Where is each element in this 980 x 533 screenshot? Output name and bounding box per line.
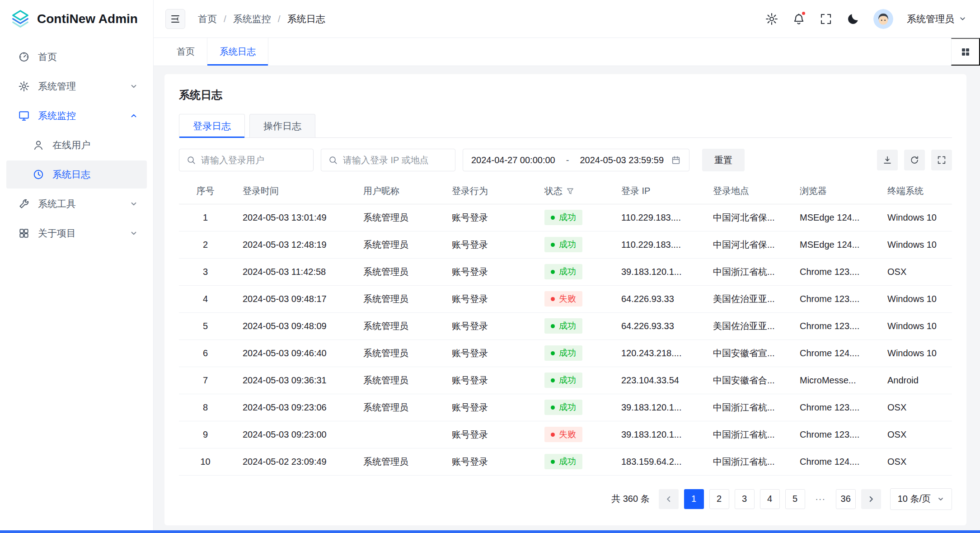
cell-location: 中国安徽省合... — [706, 367, 792, 394]
cell-status: 成功 — [537, 258, 614, 285]
cell-browser: Chrome 124.... — [792, 340, 880, 367]
breadcrumb-separator: / — [224, 14, 226, 24]
chevron-down-icon — [130, 82, 138, 90]
tab-label: 登录日志 — [193, 120, 231, 132]
refresh-icon — [910, 155, 919, 165]
view-tab-home[interactable]: 首页 — [164, 38, 207, 66]
chevron-left-icon — [665, 495, 673, 503]
table-row: 1 2024-05-03 13:01:49 系统管理员 账号登录 成功 110.… — [179, 204, 952, 231]
table-header-row: 序号 登录时间 用户昵称 登录行为 状态 登录 IP 登录地点 浏览器 — [179, 179, 952, 204]
tab-operation-log[interactable]: 操作日志 — [249, 114, 315, 137]
cell-login-time: 2024-05-03 11:42:58 — [235, 258, 356, 285]
sidebar: ContiNew Admin 首页 系统管理 系统监控 在 — [0, 0, 154, 533]
avatar[interactable] — [873, 9, 893, 29]
prev-page-button[interactable] — [659, 489, 679, 509]
column-header-login-time: 登录时间 — [235, 179, 356, 204]
pagination: 共 360 条 12345···36 10 条/页 — [179, 488, 952, 510]
table-toolbar — [877, 150, 952, 170]
fullscreen-button[interactable] — [819, 12, 833, 26]
chevron-down-icon — [937, 495, 944, 503]
breadcrumb-separator: / — [278, 14, 281, 24]
sidebar-item-system-tools[interactable]: 系统工具 — [6, 190, 147, 218]
sidebar-collapse-button[interactable] — [165, 9, 185, 29]
refresh-button[interactable] — [904, 150, 925, 170]
clock-icon — [33, 169, 44, 180]
cell-login-time: 2024-05-03 09:48:09 — [235, 312, 356, 340]
status-text: 失败 — [559, 429, 576, 440]
topbar: 首页 / 系统监控 / 系统日志 — [154, 0, 980, 38]
cell-os: Windows 10 — [880, 231, 952, 258]
apps-grid-icon — [960, 47, 971, 57]
cell-browser: MSEdge 124... — [792, 231, 880, 258]
status-badge: 失败 — [544, 427, 582, 442]
tab-label: 操作日志 — [263, 120, 301, 132]
status-badge: 成功 — [544, 318, 582, 334]
cell-nickname: 系统管理员 — [356, 340, 445, 367]
tab-actions-button[interactable] — [951, 38, 980, 66]
search-icon — [328, 155, 338, 165]
calendar-icon — [671, 155, 681, 165]
notifications-button[interactable] — [792, 12, 806, 26]
cell-os: Windows 10 — [880, 312, 952, 340]
cell-status: 成功 — [537, 312, 614, 340]
date-range-separator: - — [555, 155, 580, 165]
cell-location: 中国浙江省杭... — [706, 448, 792, 475]
status-badge: 成功 — [544, 454, 582, 469]
cell-index: 5 — [179, 312, 235, 340]
chevron-up-icon — [130, 112, 138, 120]
pagination-total: 共 360 条 — [611, 493, 649, 505]
cell-nickname: 系统管理员 — [356, 394, 445, 421]
cell-browser: Chrome 123.... — [792, 258, 880, 285]
user-menu[interactable]: 系统管理员 — [907, 13, 966, 25]
settings-button[interactable] — [765, 12, 778, 26]
tab-login-log[interactable]: 登录日志 — [179, 114, 245, 137]
filter-bar: 2024-04-27 00:00:00 - 2024-05-03 23:59:5… — [179, 149, 952, 171]
breadcrumb-item-system-monitor[interactable]: 系统监控 — [233, 13, 271, 25]
status-text: 成功 — [559, 401, 576, 413]
status-dot — [551, 216, 555, 220]
status-filter-icon[interactable] — [566, 187, 574, 195]
cell-behavior: 账号登录 — [445, 204, 537, 231]
page-number-button[interactable]: 4 — [760, 489, 780, 509]
ip-search-input[interactable] — [343, 155, 448, 165]
page-title: 系统日志 — [179, 88, 952, 102]
bottom-scrollbar[interactable] — [0, 530, 980, 533]
page-size-select[interactable]: 10 条/页 — [890, 488, 952, 510]
sidebar-item-online-users[interactable]: 在线用户 — [6, 131, 147, 159]
download-button[interactable] — [877, 150, 898, 170]
sidebar-item-about-project[interactable]: 关于项目 — [6, 219, 147, 247]
status-dot — [551, 297, 555, 301]
page-number-button[interactable]: 36 — [836, 489, 856, 509]
cell-os: OSX — [880, 258, 952, 285]
next-page-button[interactable] — [861, 489, 881, 509]
user-search-input[interactable] — [201, 155, 306, 165]
cell-browser: Chrome 123.... — [792, 285, 880, 312]
table-fullscreen-button[interactable] — [931, 150, 952, 170]
table-row: 7 2024-05-03 09:36:31 系统管理员 账号登录 成功 223.… — [179, 367, 952, 394]
breadcrumb: 首页 / 系统监控 / 系统日志 — [198, 13, 325, 25]
cell-location: 美国佐治亚亚... — [706, 285, 792, 312]
breadcrumb-item-home[interactable]: 首页 — [198, 13, 217, 25]
download-icon — [882, 155, 892, 165]
status-text: 成功 — [559, 347, 576, 359]
theme-toggle-button[interactable] — [846, 12, 860, 26]
reset-button[interactable]: 重置 — [702, 149, 745, 171]
page-number-button[interactable]: 3 — [735, 489, 755, 509]
page-number-button[interactable]: 2 — [709, 489, 729, 509]
sidebar-item-home[interactable]: 首页 — [6, 43, 147, 71]
chevron-down-icon — [959, 15, 966, 23]
page-number-button[interactable]: ··· — [811, 489, 830, 509]
date-range-picker[interactable]: 2024-04-27 00:00:00 - 2024-05-03 23:59:5… — [463, 149, 689, 171]
status-badge: 成功 — [544, 237, 582, 252]
sidebar-item-system-logs[interactable]: 系统日志 — [6, 160, 147, 189]
sidebar-item-label: 在线用户 — [52, 139, 90, 151]
sidebar-item-system-monitor[interactable]: 系统监控 — [6, 102, 147, 130]
page-number-button[interactable]: 5 — [785, 489, 805, 509]
view-tab-label: 系统日志 — [220, 46, 256, 58]
user-icon — [33, 139, 44, 151]
sidebar-item-system-management[interactable]: 系统管理 — [6, 72, 147, 100]
page-number-button[interactable]: 1 — [684, 489, 704, 509]
view-tab-system-logs[interactable]: 系统日志 — [207, 38, 268, 66]
status-dot — [551, 243, 555, 247]
column-header-os: 终端系统 — [880, 179, 952, 204]
